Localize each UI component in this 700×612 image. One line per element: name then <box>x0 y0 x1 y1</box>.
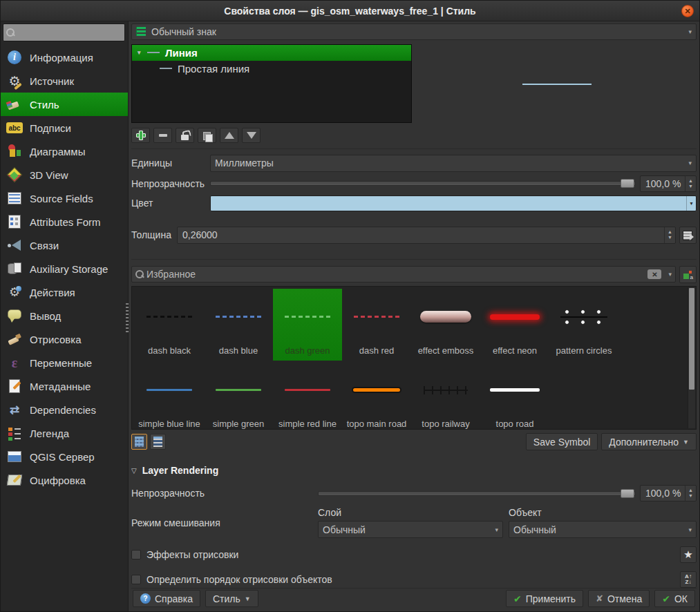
symbol-tile-simple-red-line[interactable]: simple red line <box>273 362 342 430</box>
symbol-tile-dash-red[interactable]: dash red <box>342 289 411 361</box>
line-symbol-icon <box>147 52 160 53</box>
close-button[interactable]: ✕ <box>681 5 694 17</box>
chevron-down-icon[interactable]: ▾ <box>668 271 672 278</box>
style-manager-button[interactable] <box>679 266 697 283</box>
save-symbol-button[interactable]: Save Symbol <box>526 433 598 450</box>
symbol-tile-pattern-circles[interactable]: pattern circles <box>549 289 618 361</box>
feature-blend-mode-dropdown[interactable]: Обычный ▾ <box>509 521 697 538</box>
scrollbar-thumb[interactable] <box>689 288 694 390</box>
tree-item-label: Линия <box>165 47 198 59</box>
symbol-tile-simple-green-line[interactable]: simple green line <box>204 362 273 430</box>
spin-arrows[interactable]: ▲▼ <box>685 176 696 191</box>
collapse-triangle-icon[interactable]: ▾ <box>138 49 144 56</box>
splitter-handle[interactable] <box>126 303 129 334</box>
add-symbol-layer-button[interactable] <box>131 128 150 143</box>
spin-arrows[interactable]: ▲▼ <box>664 227 675 243</box>
layer-opacity-spinbox[interactable]: 100,0 % ▲▼ <box>640 485 697 501</box>
collapse-triangle-icon[interactable]: ▽ <box>131 467 137 475</box>
duplicate-symbol-layer-button[interactable] <box>198 128 216 143</box>
help-button[interactable]: ? Справка <box>133 590 200 607</box>
simple-green-line-preview <box>216 389 261 391</box>
sidebar-item-qgis-server[interactable]: QGIS Сервер <box>1 445 128 468</box>
move-up-button[interactable] <box>220 128 238 143</box>
layer-opacity-slider[interactable] <box>318 491 636 496</box>
layer-rendering-header[interactable]: ▽ Layer Rendering <box>131 465 697 476</box>
remove-symbol-layer-button[interactable] <box>153 128 172 143</box>
slider-handle[interactable] <box>621 489 634 498</box>
symbol-tile-effect-emboss[interactable]: effect emboss <box>411 289 480 361</box>
sidebar-item-information[interactable]: Информация <box>1 46 128 69</box>
advanced-button[interactable]: Дополнительно▼ <box>601 433 697 450</box>
symbol-label: effect emboss <box>417 345 475 361</box>
sidebar-item-relations[interactable]: Связи <box>1 233 128 257</box>
layer-opacity-label: Непрозрачность <box>131 488 318 499</box>
symbol-preview-area <box>412 44 697 123</box>
style-icon <box>6 96 23 113</box>
gallery-scrollbar[interactable] <box>688 287 695 429</box>
symbol-label: topo railway <box>420 419 471 430</box>
lock-color-button[interactable] <box>176 128 194 143</box>
symbol-tile-topo-road[interactable]: topo road <box>480 362 549 430</box>
data-defined-override-button[interactable] <box>679 227 697 244</box>
symbol-tile-topo-railway[interactable]: topo railway <box>411 362 480 430</box>
sort-order-button[interactable]: A↑Z↓ <box>680 571 697 588</box>
symbol-tile-topo-main-road[interactable]: topo main road <box>342 362 411 430</box>
layer-blend-mode-dropdown[interactable]: Обычный ▾ <box>318 521 503 538</box>
sidebar-item-legend[interactable]: Легенда <box>1 421 128 445</box>
style-menu-button[interactable]: Стиль ▼ <box>205 590 258 607</box>
sidebar-item-auxiliary-storage[interactable]: Auxiliary Storage <box>1 257 128 280</box>
relations-icon <box>6 237 23 254</box>
cancel-button[interactable]: ✘ Отмена <box>588 590 650 607</box>
sidebar-item-labels[interactable]: Подписи <box>1 116 128 140</box>
sidebar-search-input[interactable] <box>17 28 122 38</box>
ok-button[interactable]: ✔ ОК <box>654 590 695 607</box>
symbol-tile-simple-blue-line[interactable]: simple blue line <box>135 362 204 430</box>
units-dropdown[interactable]: Миллиметры ▾ <box>210 155 697 172</box>
sidebar-item-source-fields[interactable]: Source Fields <box>1 187 128 210</box>
spin-arrows[interactable]: ▲▼ <box>685 486 696 501</box>
sidebar-item-display[interactable]: Вывод <box>1 304 128 327</box>
sidebar-item-dependencies[interactable]: Dependencies <box>1 398 128 421</box>
help-icon: ? <box>140 593 151 604</box>
symbol-label: topo main road <box>346 419 408 430</box>
symbol-tile-effect-neon[interactable]: effect neon <box>480 289 549 361</box>
sidebar-item-variables[interactable]: Переменные <box>1 351 128 374</box>
sidebar-item-attributes-form[interactable]: Attributes Form <box>1 210 128 233</box>
sidebar-item-3d-view[interactable]: 3D View <box>1 163 128 187</box>
chevron-down-icon: ▾ <box>495 526 498 533</box>
symbol-label: effect neon <box>491 345 538 361</box>
draw-effects-checkbox[interactable] <box>131 550 141 560</box>
symbol-tile-dash-green[interactable]: dash green <box>273 289 342 361</box>
opacity-spinbox[interactable]: 100,0 % ▲▼ <box>640 175 697 192</box>
symbol-tile-dash-black[interactable]: dash black <box>135 289 204 361</box>
icon-view-button[interactable] <box>131 434 147 450</box>
sidebar-item-actions[interactable]: Действия <box>1 280 128 304</box>
renderer-type-dropdown[interactable]: Обычный знак ▾ <box>131 23 697 40</box>
tree-item-line[interactable]: ▾ Линия <box>132 45 411 61</box>
symbol-search-box[interactable]: ✕ ▾ <box>131 266 676 283</box>
sidebar-item-metadata[interactable]: Метаданные <box>1 374 128 398</box>
list-view-button[interactable] <box>150 434 166 450</box>
move-down-button[interactable] <box>242 128 261 143</box>
apply-button[interactable]: ✔ Применить <box>506 590 583 607</box>
symbol-tile-dash-blue[interactable]: dash blue <box>204 289 273 361</box>
chevron-down-icon[interactable]: ▾ <box>686 196 696 211</box>
sidebar-search-box[interactable] <box>3 23 125 41</box>
simple-red-line-preview <box>285 389 330 391</box>
effects-properties-button[interactable]: ★ <box>680 546 697 563</box>
sidebar-item-digitizing[interactable]: Оцифровка <box>1 468 128 492</box>
stroke-width-spinbox[interactable]: 0,26000 ▲▼ <box>177 227 676 244</box>
sidebar-item-style[interactable]: Стиль <box>1 93 128 116</box>
slider-handle[interactable] <box>621 179 634 188</box>
clear-search-icon[interactable]: ✕ <box>647 269 661 279</box>
feature-order-checkbox[interactable] <box>131 575 141 584</box>
opacity-slider[interactable] <box>210 181 636 186</box>
tree-item-simple-line[interactable]: Простая линия <box>132 61 411 77</box>
color-button[interactable]: ▾ <box>210 195 697 211</box>
sidebar-item-rendering[interactable]: Отрисовка <box>1 327 128 351</box>
3d-view-icon <box>6 166 23 183</box>
opacity-label: Непрозрачность <box>131 178 210 189</box>
sidebar-item-diagrams[interactable]: Диаграммы <box>1 140 128 163</box>
sidebar-item-source[interactable]: Источник <box>1 69 128 93</box>
symbol-search-input[interactable] <box>146 269 647 280</box>
